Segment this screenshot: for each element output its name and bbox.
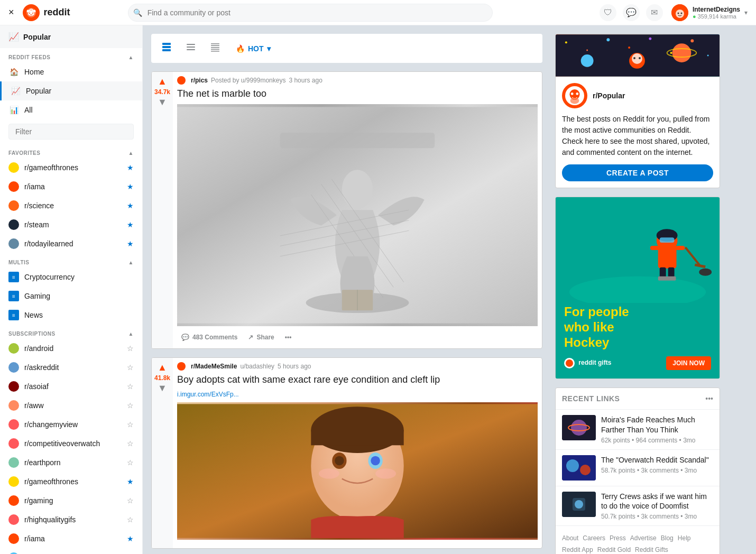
sort-button[interactable]: 🔥 HOT ▾: [231, 41, 276, 56]
sidebar-item-todayilearned[interactable]: r/todayilearned ★: [0, 234, 142, 253]
sidebar-item-steam[interactable]: r/steam ★: [0, 215, 142, 234]
chat-icon[interactable]: 💬: [623, 4, 640, 21]
svg-rect-17: [187, 47, 195, 48]
sidebar-item-competitiveoverwatch[interactable]: r/competitiveoverwatch ☆: [0, 434, 142, 453]
boy-image-svg: [177, 402, 538, 540]
sidebar-item-label: r/askreddit: [24, 363, 122, 372]
footer-link-careers[interactable]: Careers: [583, 534, 605, 542]
sidebar-popular-header[interactable]: 📈 Popular: [0, 25, 142, 48]
svg-point-7: [30, 10, 31, 10]
sidebar-item-iama2[interactable]: r/iama ★: [0, 529, 142, 548]
hockey-svg: [556, 197, 720, 303]
sidebar-item-aww[interactable]: r/aww ☆: [0, 396, 142, 415]
footer-link-app[interactable]: Reddit App: [562, 546, 593, 553]
logo[interactable]: reddit: [23, 4, 70, 21]
share-button[interactable]: ↗ Share: [244, 330, 278, 344]
feeds-section-label: Reddit Feeds ▲: [0, 48, 142, 62]
subreddit-avatar: [8, 181, 19, 192]
footer-link-advertise[interactable]: Advertise: [630, 534, 657, 542]
footer-link-gold[interactable]: Reddit Gold: [597, 546, 631, 553]
footer-link-press[interactable]: Press: [610, 534, 626, 542]
upvote-button[interactable]: ▲: [158, 76, 167, 87]
sidebar-title: Popular: [23, 33, 134, 41]
subreddit-avatar: [8, 457, 19, 468]
post-image[interactable]: [177, 104, 538, 326]
footer-link-help[interactable]: Help: [678, 534, 691, 542]
sidebar-item-popular[interactable]: 📈 Popular: [0, 81, 142, 100]
post-subreddit[interactable]: r/pics: [191, 77, 208, 84]
post-subreddit[interactable]: r/MadeMeSmile: [191, 363, 237, 370]
sidebar-item-news[interactable]: ≡ News: [0, 306, 142, 325]
multis-collapse-icon[interactable]: ▲: [128, 260, 134, 265]
subreddit-avatar: [8, 200, 19, 211]
svg-point-79: [699, 269, 712, 276]
header-icons: 🛡 💬 ✉: [600, 4, 663, 21]
compact-view-icon: [210, 42, 220, 52]
sidebar-item-gameofthrones[interactable]: r/gameofthrones ★: [0, 158, 142, 177]
user-menu[interactable]: InternetDezigns ● 359,914 karma ▾: [671, 4, 748, 21]
list-item[interactable]: The "Overwatch Reddit Scandal" 58.7k poi…: [556, 450, 720, 486]
sidebar-item-gaming2[interactable]: r/gaming ☆: [0, 491, 142, 510]
downvote-button[interactable]: ▼: [158, 97, 167, 108]
sidebar-item-label: r/gameofthrones: [24, 163, 122, 172]
create-post-button[interactable]: CREATE A POST: [562, 164, 713, 181]
more-options-button[interactable]: •••: [705, 394, 713, 403]
sidebar-item-all[interactable]: 📊 All: [0, 100, 142, 119]
svg-point-91: [580, 465, 591, 475]
sidebar-item-gameofthrones2[interactable]: r/gameofthrones ★: [0, 472, 142, 491]
join-now-button[interactable]: JOIN NOW: [666, 356, 711, 370]
downvote-button[interactable]: ▼: [158, 383, 167, 394]
compact-view-button[interactable]: [206, 39, 224, 58]
reddit-gifts-icon: [564, 358, 575, 368]
star-icon: ★: [127, 201, 134, 210]
svg-rect-16: [187, 44, 195, 45]
sidebar-item-changemyview[interactable]: r/changemyview ☆: [0, 415, 142, 434]
svg-point-58: [581, 54, 594, 67]
list-view-button[interactable]: [182, 39, 200, 58]
link-title: The "Overwatch Reddit Scandal": [601, 455, 713, 465]
svg-point-56: [672, 43, 692, 62]
favorites-collapse-icon[interactable]: ▲: [128, 150, 134, 156]
post-title[interactable]: The net is marble too: [177, 88, 538, 100]
filter-input[interactable]: [8, 124, 134, 140]
subreddit-avatar: [8, 162, 19, 173]
share-icon: ↗: [248, 334, 253, 341]
card-view-button[interactable]: [158, 39, 176, 58]
close-button[interactable]: ×: [8, 7, 14, 18]
sidebar-item-asoiaf[interactable]: r/asoiaf ☆: [0, 377, 142, 396]
list-item[interactable]: Moira's Fade Reaches Much Farther Than Y…: [556, 410, 720, 449]
karma: ● 359,914 karma: [693, 13, 740, 20]
list-item[interactable]: Terry Crews asks if we want him to do th…: [556, 486, 720, 526]
shield-icon[interactable]: 🛡: [600, 4, 616, 21]
footer-link-gifts[interactable]: Reddit Gifts: [635, 546, 668, 553]
post-time: 3 hours ago: [289, 77, 322, 84]
more-button[interactable]: •••: [281, 330, 296, 344]
subscriptions-collapse-icon[interactable]: ▲: [128, 331, 134, 337]
reddit-gifts-logo: reddit gifts: [564, 358, 611, 368]
sidebar-item-gaming-multi[interactable]: ≡ Gaming: [0, 287, 142, 306]
svg-point-12: [680, 12, 682, 14]
sidebar-item-iama[interactable]: r/iama ★: [0, 177, 142, 196]
footer-link-about[interactable]: About: [562, 534, 578, 542]
sidebar-item-science[interactable]: r/science ★: [0, 196, 142, 215]
comments-button[interactable]: 💬 483 Comments: [177, 330, 242, 344]
sort-label: HOT: [248, 44, 264, 53]
sidebar-item-home[interactable]: 🏠 Home: [0, 62, 142, 81]
sidebar-item-earthporn[interactable]: r/earthporn ☆: [0, 453, 142, 472]
svg-point-49: [586, 50, 588, 51]
sidebar-item-internetisbeautiful[interactable]: r/internetisbeautiful ☆: [0, 548, 142, 554]
feeds-collapse-icon[interactable]: ▲: [128, 54, 134, 60]
sidebar-item-android[interactable]: r/android ☆: [0, 339, 142, 358]
post-link[interactable]: i.imgur.com/ExVsFp...: [177, 391, 538, 398]
right-sidebar: r/Popular The best posts on Reddit for y…: [555, 34, 720, 554]
sidebar-item-highqualitygifs[interactable]: r/highqualitygifs ☆: [0, 510, 142, 529]
sidebar-item-cryptocurrency[interactable]: ≡ Cryptocurrency: [0, 267, 142, 287]
popular-widget: r/Popular The best posts on Reddit for y…: [555, 34, 720, 188]
footer-link-blog[interactable]: Blog: [661, 534, 674, 542]
post-image[interactable]: [177, 402, 538, 540]
search-input[interactable]: [128, 4, 493, 22]
upvote-button[interactable]: ▲: [158, 362, 167, 373]
sidebar-item-askreddit[interactable]: r/askreddit ☆: [0, 358, 142, 377]
post-title[interactable]: Boy adopts cat with same exact rare eye …: [177, 374, 538, 386]
mail-icon[interactable]: ✉: [646, 4, 663, 21]
